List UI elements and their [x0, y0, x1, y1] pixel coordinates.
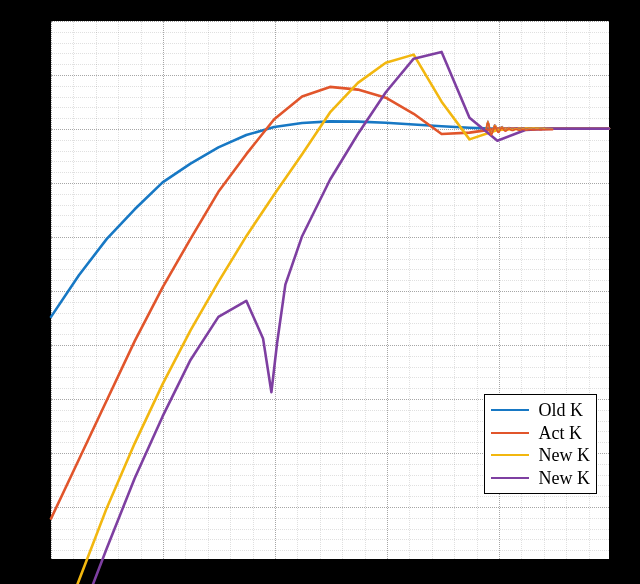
legend-item: Old K: [491, 399, 591, 422]
chart-legend: Old KAct KNew KNew K: [484, 394, 598, 494]
legend-label: New K: [539, 444, 591, 467]
legend-swatch: [491, 409, 529, 411]
legend-swatch: [491, 432, 529, 434]
chart-plot-area: Old KAct KNew KNew K: [50, 20, 610, 560]
legend-label: New K: [539, 467, 591, 490]
legend-item: New K: [491, 467, 591, 490]
series-line: [51, 121, 609, 317]
series-line: [51, 55, 609, 584]
legend-swatch: [491, 454, 529, 456]
series-line: [51, 52, 609, 584]
legend-label: Act K: [539, 422, 583, 445]
legend-swatch: [491, 477, 529, 479]
legend-item: New K: [491, 444, 591, 467]
legend-item: Act K: [491, 422, 591, 445]
legend-label: Old K: [539, 399, 584, 422]
